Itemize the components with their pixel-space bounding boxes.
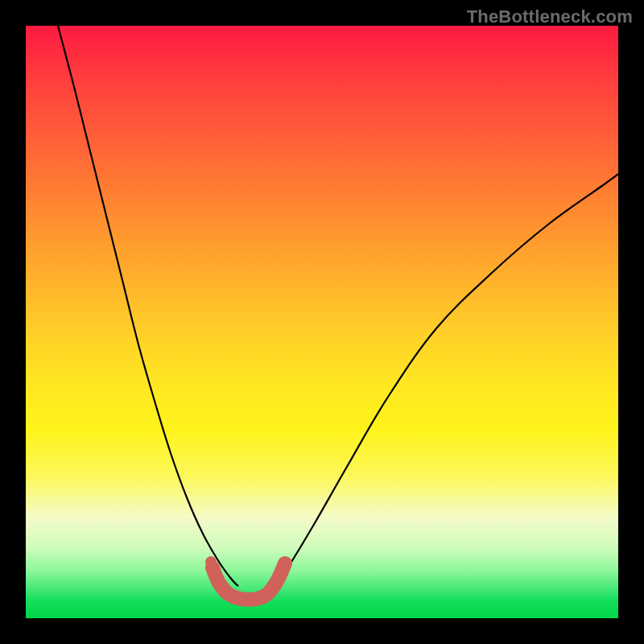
left-curve-path: [58, 26, 238, 586]
chart-svg: [26, 26, 618, 618]
chart-frame: [26, 26, 618, 618]
right-curve-path: [275, 174, 618, 586]
watermark-text: TheBottleneck.com: [467, 6, 633, 27]
pink-dot: [205, 556, 217, 568]
